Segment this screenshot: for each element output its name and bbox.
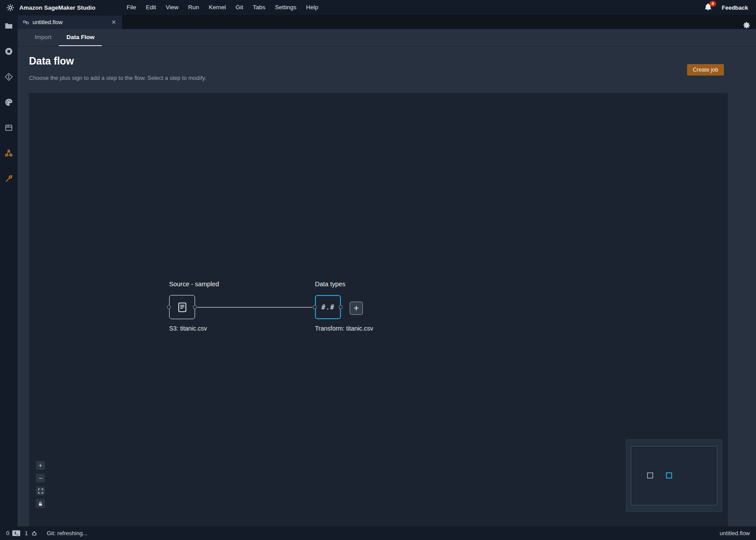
minimap-source-node bbox=[647, 472, 653, 479]
running-sessions-icon[interactable] bbox=[4, 47, 14, 56]
minimap-viewport bbox=[631, 446, 717, 505]
zoom-out-button[interactable]: − bbox=[36, 474, 45, 482]
dataset-document-icon bbox=[176, 301, 188, 313]
top-menu-bar: Amazon SageMaker Studio File Edit View R… bbox=[0, 0, 756, 15]
create-job-button[interactable]: Create job bbox=[687, 64, 724, 76]
source-input-port[interactable] bbox=[167, 305, 171, 309]
menu-edit[interactable]: Edit bbox=[141, 0, 161, 15]
data-flow-panel: Data flow Choose the plus sign to add a … bbox=[18, 47, 756, 526]
git-panel-icon[interactable] bbox=[4, 72, 14, 82]
transform-node-caption: Transform: titanic.csv bbox=[315, 325, 373, 332]
menu-file[interactable]: File bbox=[122, 0, 141, 15]
canvas-zoom-controls: + − bbox=[36, 461, 45, 508]
tab-close-icon[interactable]: ✕ bbox=[110, 18, 118, 26]
status-bar: 0 $_ 1 Git: refreshing... untitled.flow bbox=[0, 526, 756, 540]
status-filename: untitled.flow bbox=[720, 530, 750, 536]
minimap-transform-node bbox=[666, 472, 672, 479]
flow-subtabs: Import Data Flow bbox=[18, 29, 756, 47]
flow-canvas[interactable]: Source - sampled S3: titanic.csv Data ty… bbox=[29, 93, 728, 526]
open-tabs-icon[interactable] bbox=[4, 123, 14, 133]
terminals-count: 0 bbox=[6, 530, 9, 536]
notification-badge: 4 bbox=[709, 1, 716, 7]
notifications-bell-icon[interactable]: 4 bbox=[704, 3, 713, 12]
lock-view-icon[interactable] bbox=[36, 499, 45, 508]
flow-file-icon bbox=[23, 19, 29, 25]
flow-minimap[interactable] bbox=[626, 439, 722, 512]
commands-palette-icon[interactable] bbox=[4, 97, 14, 107]
main-menu: File Edit View Run Kernel Git Tabs Setti… bbox=[122, 0, 323, 15]
git-status-text[interactable]: Git: refreshing... bbox=[47, 530, 87, 536]
menu-settings[interactable]: Settings bbox=[270, 0, 301, 15]
source-node-caption: S3: titanic.csv bbox=[169, 325, 207, 332]
tab-data-flow[interactable]: Data Flow bbox=[59, 29, 102, 46]
file-browser-icon[interactable] bbox=[4, 21, 14, 31]
sagemaker-logo-icon bbox=[5, 3, 15, 12]
kernel-bug-icon bbox=[31, 530, 38, 537]
app-title: Amazon SageMaker Studio bbox=[19, 4, 95, 11]
data-types-glyph: #.# bbox=[321, 303, 334, 311]
menu-help[interactable]: Help bbox=[301, 0, 323, 15]
zoom-in-button[interactable]: + bbox=[36, 461, 45, 470]
kernels-status[interactable]: 1 bbox=[25, 530, 38, 537]
menu-view[interactable]: View bbox=[161, 0, 183, 15]
source-output-port[interactable] bbox=[193, 305, 197, 309]
kernels-count: 1 bbox=[25, 530, 28, 536]
menu-run[interactable]: Run bbox=[183, 0, 204, 15]
tab-untitled-flow[interactable]: untitled.flow ✕ bbox=[18, 15, 122, 29]
settings-gear-icon[interactable] bbox=[742, 21, 751, 30]
source-node-title: Source - sampled bbox=[169, 281, 219, 288]
transform-input-port[interactable] bbox=[313, 305, 317, 309]
flow-edge bbox=[197, 307, 312, 308]
topbar-right-group: 4 Feedback bbox=[704, 3, 756, 12]
page-subtitle: Choose the plus sign to add a step to th… bbox=[29, 75, 206, 81]
feedback-link[interactable]: Feedback bbox=[722, 4, 748, 11]
sagemaker-components-icon[interactable] bbox=[4, 148, 14, 158]
activity-sidebar bbox=[0, 15, 18, 526]
menu-git[interactable]: Git bbox=[231, 0, 248, 15]
pipelines-icon[interactable] bbox=[4, 174, 14, 184]
transform-node-selected[interactable]: #.# bbox=[315, 295, 341, 319]
transform-node-title: Data types bbox=[315, 281, 345, 288]
page-title: Data flow bbox=[29, 55, 74, 67]
tab-label: untitled.flow bbox=[33, 19, 106, 25]
transform-output-port[interactable] bbox=[339, 305, 343, 309]
menu-tabs[interactable]: Tabs bbox=[248, 0, 270, 15]
tab-import[interactable]: Import bbox=[27, 29, 59, 46]
source-node[interactable] bbox=[169, 295, 195, 319]
terminal-icon: $_ bbox=[12, 530, 20, 536]
fit-view-icon[interactable] bbox=[36, 486, 45, 495]
document-tab-bar: untitled.flow ✕ bbox=[18, 15, 756, 29]
terminals-status[interactable]: 0 $_ bbox=[6, 530, 20, 536]
add-step-button[interactable]: + bbox=[350, 302, 363, 315]
menu-kernel[interactable]: Kernel bbox=[204, 0, 231, 15]
